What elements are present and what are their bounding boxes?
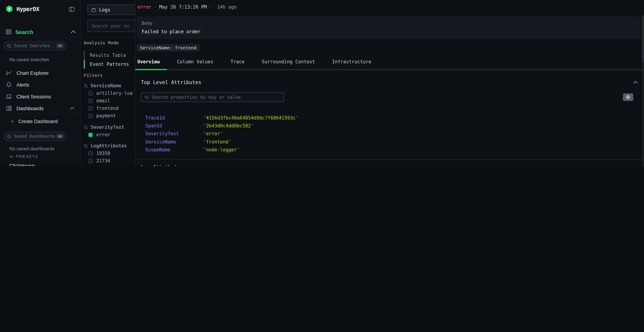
tab-column-values[interactable]: Column Values	[177, 59, 214, 64]
attribute-key: ScopeName	[145, 147, 203, 152]
nav-label: Alerts	[16, 82, 29, 88]
event-search-box[interactable]	[87, 20, 135, 32]
create-dashboard-button[interactable]: Create Dashboard	[10, 119, 58, 124]
app-logo[interactable]: HyperDX	[5, 5, 39, 13]
event-detail-drawer: error · May 26 7:13:26 PM · 14h ago Body…	[135, 0, 644, 166]
source-label: Logs	[99, 7, 110, 12]
shortcut-badge: ⌘K	[56, 134, 64, 139]
attribute-value: node-logger	[203, 147, 240, 152]
chevron-up-icon[interactable]	[71, 30, 76, 33]
filter-group-logattributes[interactable]: LogAttributes	[84, 143, 127, 148]
filter-option[interactable]: email	[88, 97, 110, 104]
sidebar-item-clickhouse[interactable]: ClickHouse	[9, 163, 35, 166]
separator: ·	[209, 4, 212, 10]
checkbox[interactable]	[88, 91, 93, 95]
attribute-row[interactable]: ScopeNamenode-logger	[141, 146, 637, 154]
chevron-up-icon[interactable]	[70, 107, 74, 110]
event-search-input[interactable]	[91, 23, 135, 29]
attribute-key: ServiceName	[145, 139, 203, 144]
filter-option-label: 21734	[96, 158, 110, 164]
filter-option-label: email	[96, 98, 110, 104]
filter-group-severitytext[interactable]: SeverityText	[84, 124, 124, 130]
presets-toggle[interactable]: PRESETS	[9, 154, 38, 158]
hyperdx-app: HyperDX Search Saved Searches ⌘K No save…	[0, 0, 644, 166]
mode-label: Event Patterns	[90, 62, 129, 67]
plus-icon	[10, 119, 15, 124]
filter-option-label: 22974	[96, 166, 110, 166]
sidebar-item-chart-explorer[interactable]: Chart Explorer	[0, 67, 80, 79]
sidebar-search-label: Search	[16, 29, 33, 35]
filter-option[interactable]: 22974	[88, 164, 110, 166]
sidebar-item-alerts[interactable]: Alerts	[0, 79, 80, 90]
tab-trace[interactable]: Trace	[230, 59, 244, 64]
checkbox[interactable]	[88, 159, 93, 163]
top-level-search-input[interactable]	[151, 94, 280, 100]
attribute-row[interactable]: SpanId2b43d0c4dd6bc582	[141, 122, 637, 130]
filter-group-servicename[interactable]: ServiceName	[84, 83, 121, 88]
filter-group-name: ServiceName	[90, 83, 121, 88]
dashboard-grid-icon	[6, 105, 12, 112]
nav-label: Client Sessions	[16, 94, 51, 99]
search-icon	[84, 144, 88, 148]
sidebar-collapse-icon[interactable]	[68, 6, 75, 12]
create-dashboard-label: Create Dashboard	[18, 119, 58, 124]
tab-surrounding-context[interactable]: Surrounding Context	[262, 59, 315, 64]
event-relative-time: 14h ago	[217, 4, 237, 10]
scrollbar-thumb[interactable]	[642, 16, 644, 62]
mode-label: Results Table	[90, 52, 126, 58]
tab-infrastructure[interactable]: Infrastructure	[332, 59, 371, 64]
mode-event-patterns[interactable]: Event Patterns	[84, 60, 129, 69]
filter-option-label: 19350	[96, 150, 110, 156]
attribute-key: SeverityText	[145, 131, 203, 136]
chevron-up-icon[interactable]	[633, 81, 638, 84]
chevron-up-icon[interactable]	[633, 166, 638, 166]
sidebar-item-search[interactable]: Search	[5, 28, 76, 35]
filter-option[interactable]: payment	[88, 112, 116, 120]
nav-label: Dashboards	[16, 105, 44, 111]
checkbox[interactable]	[88, 98, 93, 103]
attribute-value: 2b43d0c4dd6bc582	[203, 123, 254, 128]
saved-searches-input[interactable]: Saved Searches ⌘K	[4, 41, 67, 50]
top-level-settings-button[interactable]	[623, 94, 633, 101]
saved-searches-placeholder: Saved Searches	[14, 43, 50, 48]
severity-badge: error	[138, 4, 151, 10]
analysis-mode-label: Analysis Mode	[84, 40, 119, 46]
sidebar-item-dashboards[interactable]: Dashboards	[0, 102, 80, 114]
attribute-key: SpanId	[145, 123, 203, 128]
chevron-down-icon	[9, 155, 13, 158]
saved-dashboards-placeholder: Saved Dashboards	[14, 134, 55, 139]
attribute-row[interactable]: SeverityTexterror	[141, 130, 637, 138]
filters-label: Filters	[84, 72, 102, 78]
search-section-icon	[5, 28, 12, 35]
filter-option[interactable]: 19350	[88, 150, 110, 157]
filter-option-label: payment	[96, 113, 116, 118]
top-level-search-box[interactable]	[141, 92, 284, 102]
attribute-row[interactable]: ServiceNamefrontend	[141, 138, 637, 146]
mode-results-table[interactable]: Results Table	[84, 51, 126, 60]
source-select[interactable]: Logs	[87, 4, 135, 15]
checkbox[interactable]	[88, 106, 93, 110]
filter-option[interactable]: frontend	[88, 104, 118, 112]
sidebar-item-client-sessions[interactable]: Client Sessions	[0, 90, 80, 102]
tab-overview[interactable]: Overview	[138, 59, 160, 64]
checkbox[interactable]	[88, 114, 93, 118]
filter-option-checked[interactable]: ✓error	[88, 131, 110, 138]
checkbox-checked[interactable]: ✓	[88, 132, 93, 137]
filter-option[interactable]: artillery-loa	[88, 90, 133, 97]
active-tab-indicator	[135, 69, 167, 70]
divider	[135, 159, 644, 160]
logs-source-icon	[91, 7, 96, 12]
laptop-icon	[6, 93, 12, 100]
filter-option[interactable]: 21734	[88, 157, 110, 164]
attribute-value: 4156d3fbc40a64854d9dc7f68641593c	[203, 115, 298, 120]
saved-dashboards-input[interactable]: Saved Dashboards ⌘K	[4, 132, 67, 141]
service-name-tag[interactable]: ServiceName: frontend	[137, 44, 200, 52]
checkbox[interactable]	[88, 151, 93, 156]
attribute-row[interactable]: TraceId4156d3fbc40a64854d9dc7f68641593c	[141, 114, 637, 122]
bell-icon	[6, 82, 12, 88]
detail-tabs: Overview Column Values Trace Surrounding…	[138, 59, 371, 64]
search-icon	[84, 84, 88, 88]
body-label: Body	[142, 20, 636, 26]
sidebar: HyperDX Search Saved Searches ⌘K No save…	[0, 0, 80, 166]
search-icon	[7, 44, 12, 48]
